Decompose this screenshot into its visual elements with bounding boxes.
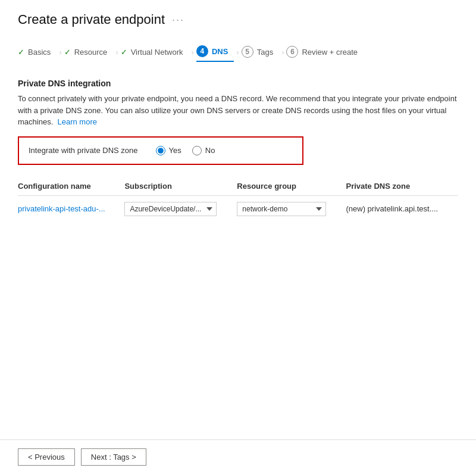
section-title: Private DNS integration <box>18 79 458 88</box>
step-sep-3: › <box>192 48 194 57</box>
section-description: To connect privately with your private e… <box>18 93 458 128</box>
wizard-steps: ✓ Basics › ✓ Resource › ✓ Virtual Networ… <box>18 42 458 62</box>
config-table: Configuration name Subscription Resource… <box>18 177 458 222</box>
wizard-step-virtual-network[interactable]: ✓ Virtual Network <box>121 44 189 60</box>
col-header-config-name: Configuration name <box>18 177 124 196</box>
step-num-dns: 4 <box>196 45 208 57</box>
resource-group-dropdown[interactable]: network-demo <box>237 202 326 216</box>
step-num-review: 6 <box>286 46 298 58</box>
next-button[interactable]: Next : Tags > <box>81 448 146 466</box>
wizard-step-basics[interactable]: ✓ Basics <box>18 44 57 60</box>
step-label-review: Review + create <box>302 48 358 57</box>
step-label-tags: Tags <box>257 48 273 57</box>
cell-dns-zone: (new) privatelink.api.test.... <box>346 195 458 222</box>
table-row: privatelink-api-test-adu-... AzureDevice… <box>18 195 458 222</box>
step-label-virtual-network: Virtual Network <box>131 48 183 57</box>
radio-no-input[interactable] <box>192 146 202 155</box>
learn-more-link[interactable]: Learn more <box>57 117 96 126</box>
col-header-dns-zone: Private DNS zone <box>346 177 458 196</box>
step-label-basics: Basics <box>28 48 51 57</box>
dns-zone-label: Integrate with private DNS zone <box>29 146 138 155</box>
dns-zone-radio-group: Yes No <box>156 146 215 155</box>
dns-zone-integration-box: Integrate with private DNS zone Yes No <box>18 136 303 165</box>
radio-yes-option[interactable]: Yes <box>156 146 181 155</box>
step-label-dns: DNS <box>212 47 228 56</box>
check-icon-basics: ✓ <box>18 48 24 57</box>
col-header-resource-group: Resource group <box>237 177 346 196</box>
check-icon-virtual-network: ✓ <box>121 48 127 57</box>
footer: < Previous Next : Tags > <box>0 439 476 474</box>
wizard-step-resource[interactable]: ✓ Resource <box>64 44 114 60</box>
step-sep-5: › <box>281 48 284 57</box>
step-sep-1: › <box>59 48 61 57</box>
wizard-step-dns[interactable]: 4 DNS <box>196 42 234 62</box>
step-sep-2: › <box>115 48 118 57</box>
subscription-dropdown[interactable]: AzureDeviceUpdate/... <box>124 202 217 216</box>
radio-yes-label: Yes <box>169 146 181 155</box>
cell-subscription[interactable]: AzureDeviceUpdate/... <box>124 195 237 222</box>
wizard-step-review-create[interactable]: 6 Review + create <box>286 42 364 61</box>
page-header: Create a private endpoint ··· <box>18 12 458 27</box>
more-options-icon[interactable]: ··· <box>172 14 184 26</box>
page-title: Create a private endpoint <box>18 12 165 27</box>
step-label-resource: Resource <box>74 48 108 57</box>
check-icon-resource: ✓ <box>64 48 71 57</box>
wizard-step-tags[interactable]: 5 Tags <box>242 42 279 61</box>
cell-resource-group[interactable]: network-demo <box>237 195 346 222</box>
previous-button[interactable]: < Previous <box>18 448 75 466</box>
step-num-tags: 5 <box>242 46 253 58</box>
cell-config-name[interactable]: privatelink-api-test-adu-... <box>18 195 124 222</box>
step-sep-4: › <box>236 48 239 57</box>
radio-no-option[interactable]: No <box>192 146 215 155</box>
col-header-subscription: Subscription <box>124 177 237 196</box>
radio-no-label: No <box>205 146 215 155</box>
radio-yes-input[interactable] <box>156 146 165 155</box>
